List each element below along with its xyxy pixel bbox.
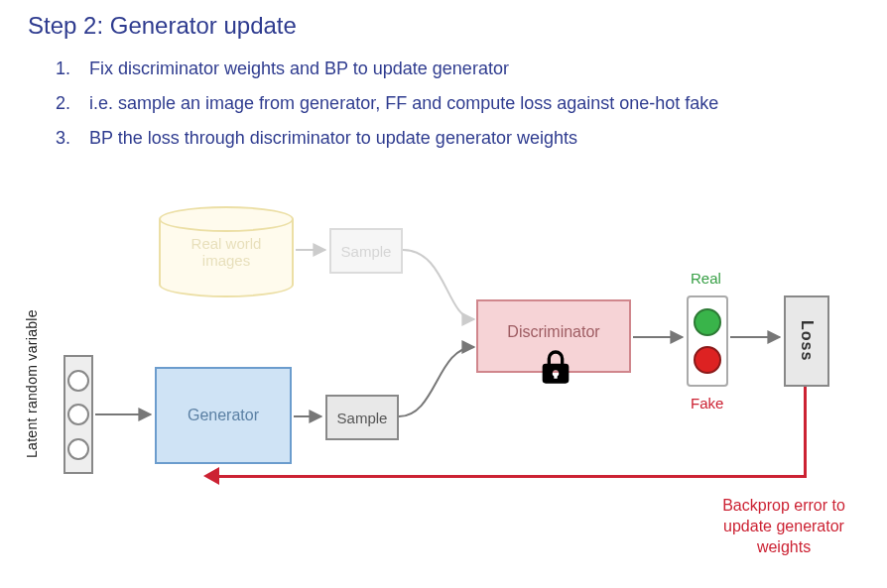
step-text: BP the loss through discriminator to upd… — [89, 121, 577, 156]
latent-vector — [63, 355, 93, 474]
real-images-label: Real world images — [191, 235, 262, 269]
gan-diagram: Real world images Sample Latent random v… — [0, 198, 887, 588]
real-label: Real — [691, 270, 721, 287]
backprop-caption: Backprop error to update generator weigh… — [695, 496, 873, 557]
latent-node-icon — [67, 438, 89, 460]
sample-fake-box: Sample — [325, 395, 399, 440]
discriminator-label: Discriminator — [507, 323, 599, 341]
latent-label: Latent random variable — [24, 290, 40, 478]
generator-box: Generator — [155, 367, 292, 464]
real-light-icon — [694, 308, 721, 336]
backprop-line — [804, 387, 807, 478]
latent-node-icon — [67, 370, 89, 392]
loss-box: Loss — [784, 295, 829, 387]
loss-label: Loss — [798, 320, 816, 361]
fake-label: Fake — [691, 395, 723, 412]
lock-icon — [536, 347, 575, 387]
generator-label: Generator — [188, 407, 259, 424]
sample-real-box: Sample — [329, 228, 403, 274]
fake-light-icon — [694, 346, 721, 374]
list-item: 1.Fix discriminator weights and BP to up… — [56, 52, 718, 86]
sample-label: Sample — [337, 410, 388, 426]
page-title: Step 2: Generator update — [28, 12, 297, 40]
sample-label: Sample — [341, 243, 392, 260]
list-item: 2.i.e. sample an image from generator, F… — [56, 86, 718, 121]
real-fake-indicator — [687, 295, 728, 387]
latent-node-icon — [67, 404, 89, 425]
list-item: 3.BP the loss through discriminator to u… — [56, 121, 718, 156]
step-list: 1.Fix discriminator weights and BP to up… — [56, 52, 718, 156]
step-text: i.e. sample an image from generator, FF … — [89, 86, 718, 121]
step-text: Fix discriminator weights and BP to upda… — [89, 52, 509, 86]
backprop-arrow — [208, 475, 804, 478]
